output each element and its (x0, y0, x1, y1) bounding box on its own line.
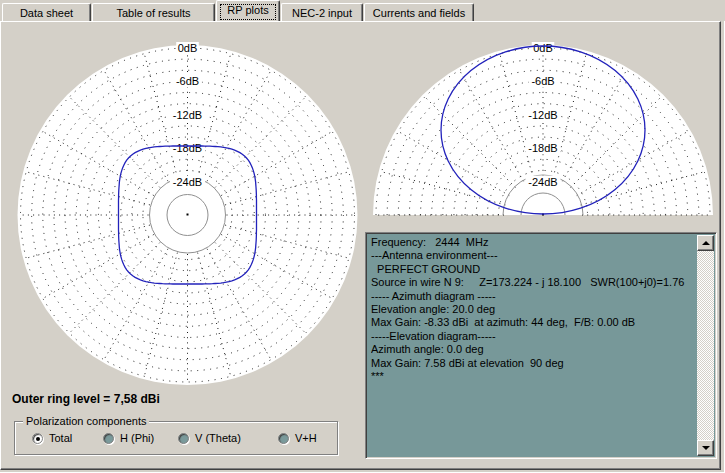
ring-label: -12dB (173, 109, 202, 121)
results-panel-background: Frequency: 2444 MHz---Antenna environmen… (367, 234, 715, 457)
results-line: -----Elevation diagram----- (371, 330, 693, 343)
radio-button-icon[interactable] (178, 433, 189, 444)
elevation-polar-plot: 0dB-6dB-12dB-18dB-24dB (371, 40, 715, 217)
results-line: Max Gain: -8.33 dBi at azimuth: 44 deg, … (371, 316, 693, 329)
results-line: PERFECT GROUND (371, 263, 693, 276)
scrollbar-up-button[interactable] (697, 235, 714, 251)
rp-plots-window: Data sheetTable of resultsRP plotsNEC-2 … (0, 0, 725, 473)
up-arrow-icon (702, 241, 710, 245)
tab-data-sheet[interactable]: Data sheet (2, 3, 91, 21)
radio-option-total[interactable]: Total (32, 432, 72, 444)
polarization-options: TotalH (Phi)V (Theta)V+H (15, 422, 337, 454)
tab-currents-and-fields[interactable]: Currents and fields (364, 3, 474, 21)
ring-label: 0dB (178, 42, 198, 54)
radio-label: Total (49, 432, 72, 444)
results-panel: Frequency: 2444 MHz---Antenna environmen… (365, 232, 717, 459)
plot-disc (373, 45, 713, 215)
down-arrow-icon (702, 446, 710, 450)
results-line: Max Gain: 7.58 dBi at elevation 90 deg (371, 357, 693, 370)
tab-table-of-results[interactable]: Table of results (92, 3, 215, 21)
results-line: ----- Azimuth diagram ----- (371, 290, 693, 303)
results-line: Frequency: 2444 MHz (371, 236, 693, 249)
ring-label: -12dB (528, 109, 557, 121)
plot-center-dot (187, 214, 189, 216)
results-text: Frequency: 2444 MHz---Antenna environmen… (371, 236, 693, 455)
ring-label: -24dB (173, 176, 202, 188)
azimuth-polar-plot: 0dB-6dB-12dB-18dB-24dB (12, 40, 364, 392)
ring-label: -24dB (528, 176, 557, 188)
results-line: Azimuth angle: 0.0 deg (371, 343, 693, 356)
outer-ring-level-label: Outer ring level = 7,58 dBi (12, 392, 160, 406)
ring-label: -18dB (528, 142, 557, 154)
results-line: ---Antenna environment--- (371, 249, 693, 262)
results-line: *** (371, 370, 693, 383)
results-line: Elevation angle: 20.0 deg (371, 303, 693, 316)
ring-label: -6dB (176, 75, 199, 87)
tab-nec-2-input[interactable]: NEC-2 input (281, 3, 363, 21)
radio-option-v-h[interactable]: V+H (278, 432, 317, 444)
ring-label: 0dB (533, 42, 553, 54)
radio-option-v-theta[interactable]: V (Theta) (178, 432, 241, 444)
tab-bar: Data sheetTable of resultsRP plotsNEC-2 … (0, 0, 725, 21)
radio-button-icon[interactable] (278, 433, 289, 444)
polarization-groupbox: Polarization components TotalH (Phi)V (T… (14, 421, 338, 455)
results-scrollbar[interactable] (697, 235, 714, 456)
radio-button-icon[interactable] (32, 433, 43, 444)
scrollbar-down-button[interactable] (697, 440, 714, 456)
radio-label: H (Phi) (120, 432, 154, 444)
radio-selected-dot (36, 437, 40, 441)
results-line: Source in wire N 9: Z=173.224 - j 18.100… (371, 276, 693, 289)
radio-label: V+H (295, 432, 317, 444)
ring-label: -18dB (173, 142, 202, 154)
ring-label: -6dB (531, 75, 554, 87)
radio-label: V (Theta) (195, 432, 241, 444)
tab-rp-plots[interactable]: RP plots (216, 0, 280, 21)
radio-option-h-phi[interactable]: H (Phi) (103, 432, 154, 444)
radio-button-icon[interactable] (103, 433, 114, 444)
